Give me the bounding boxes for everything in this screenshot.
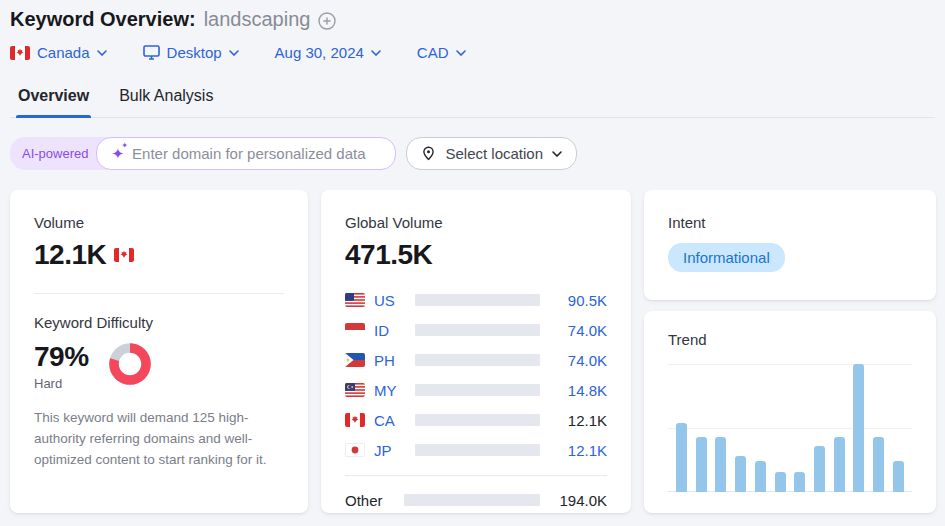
sparkle-icon: ✦	[111, 146, 124, 161]
intent-badge[interactable]: Informational	[668, 243, 785, 272]
tab-bulk-analysis[interactable]: Bulk Analysis	[117, 83, 215, 117]
jp-flag-icon	[345, 443, 365, 457]
chevron-down-icon	[97, 50, 107, 56]
global-volume-label: Global Volume	[345, 214, 607, 231]
ai-powered-badge: AI-powered	[10, 137, 108, 170]
filter-bar: Canada Desktop Aug 30, 2024 CAD	[10, 44, 935, 61]
kd-label: Keyword Difficulty	[34, 314, 284, 331]
other-volume-row: Other 194.0K	[345, 485, 607, 515]
country-code-link[interactable]: JP	[374, 442, 400, 459]
trend-bar[interactable]	[715, 437, 726, 492]
country-code-link[interactable]: MY	[374, 382, 400, 399]
device-selector[interactable]: Desktop	[143, 44, 239, 61]
device-label: Desktop	[167, 44, 222, 61]
country-label: Canada	[37, 44, 90, 61]
id-flag-icon	[345, 323, 365, 337]
country-selector[interactable]: Canada	[10, 44, 107, 61]
trend-bar[interactable]	[735, 456, 746, 492]
page-title: Keyword Overview:	[10, 8, 196, 31]
kd-level: Hard	[34, 376, 89, 391]
select-location-label: Select location	[445, 145, 543, 162]
page-keyword: landscaping	[204, 8, 311, 31]
country-volume-value: 12.1K	[555, 412, 607, 429]
country-code-link[interactable]: ID	[374, 322, 400, 339]
currency-selector[interactable]: CAD	[417, 44, 466, 61]
personalization-bar: AI-powered ✦ Select location	[10, 137, 935, 170]
add-keyword-icon[interactable]	[318, 12, 336, 30]
date-label: Aug 30, 2024	[275, 44, 364, 61]
trend-label: Trend	[668, 331, 912, 348]
card-divider	[345, 475, 607, 476]
trend-bars	[676, 364, 904, 492]
country-volume-value[interactable]: 90.5K	[555, 292, 607, 309]
trend-bar-chart	[668, 364, 912, 492]
ph-flag-icon	[345, 353, 365, 367]
other-volume-value: 194.0K	[555, 492, 607, 509]
country-row[interactable]: CA 12.1K	[345, 405, 607, 435]
trend-bar[interactable]	[873, 437, 884, 492]
country-volume-bar	[415, 414, 540, 426]
other-label: Other	[345, 492, 389, 509]
country-volume-bar	[415, 444, 540, 456]
date-selector[interactable]: Aug 30, 2024	[275, 44, 381, 61]
kd-donut-chart	[107, 341, 153, 387]
page-header: Keyword Overview: landscaping	[10, 8, 935, 31]
other-volume-bar	[404, 494, 540, 506]
country-volume-bar	[415, 294, 540, 306]
select-location-button[interactable]: Select location	[406, 137, 577, 170]
country-volume-value[interactable]: 74.0K	[555, 352, 607, 369]
country-row[interactable]: JP 12.1K	[345, 435, 607, 465]
canada-flag-icon	[114, 248, 134, 262]
canada-flag-icon	[345, 413, 365, 427]
country-volume-value[interactable]: 74.0K	[555, 322, 607, 339]
kd-value-row: 79% Hard	[34, 341, 284, 391]
country-row[interactable]: PH 74.0K	[345, 345, 607, 375]
global-volume-value: 471.5K	[345, 239, 607, 271]
country-row[interactable]: MY 14.8K	[345, 375, 607, 405]
intent-label: Intent	[668, 214, 912, 231]
trend-card: Trend	[644, 311, 936, 513]
country-volume-bar	[415, 324, 540, 336]
volume-card: Volume 12.1K Keyword Difficulty 79% Hard	[10, 190, 308, 513]
card-divider	[34, 293, 284, 294]
kd-description: This keyword will demand 125 high-author…	[34, 407, 284, 470]
country-code-link[interactable]: CA	[374, 412, 400, 429]
right-column: Intent Informational Trend	[644, 190, 936, 513]
trend-bar[interactable]	[696, 437, 707, 492]
chevron-down-icon	[552, 151, 562, 157]
currency-label: CAD	[417, 44, 449, 61]
trend-bar[interactable]	[775, 472, 786, 492]
intent-card: Intent Informational	[644, 190, 936, 300]
chevron-down-icon	[456, 50, 466, 56]
my-flag-icon	[345, 383, 365, 397]
country-row[interactable]: US 90.5K	[345, 285, 607, 315]
domain-input[interactable]	[132, 145, 381, 162]
country-code-link[interactable]: US	[374, 292, 400, 309]
location-pin-icon	[421, 146, 436, 161]
volume-value-row: 12.1K	[34, 239, 284, 271]
country-volume-bar	[415, 354, 540, 366]
keyword-overview-page: Keyword Overview: landscaping Canada Des…	[0, 0, 945, 513]
country-volume-value[interactable]: 14.8K	[555, 382, 607, 399]
domain-input-container: ✦	[96, 137, 396, 170]
country-row[interactable]: ID 74.0K	[345, 315, 607, 345]
trend-bar[interactable]	[834, 437, 845, 492]
trend-bar[interactable]	[814, 446, 825, 492]
country-volume-value[interactable]: 12.1K	[555, 442, 607, 459]
trend-bar[interactable]	[794, 472, 805, 492]
metrics-grid: Volume 12.1K Keyword Difficulty 79% Hard	[10, 190, 935, 513]
trend-bar[interactable]	[893, 461, 904, 492]
tab-bar: Overview Bulk Analysis	[10, 83, 935, 118]
volume-label: Volume	[34, 214, 284, 231]
trend-bar[interactable]	[676, 423, 687, 492]
tab-overview[interactable]: Overview	[16, 83, 91, 117]
canada-flag-icon	[10, 46, 30, 60]
country-volume-list: US 90.5K ID 74.0K PH	[345, 285, 607, 465]
trend-bar[interactable]	[755, 461, 766, 492]
kd-value: 79%	[34, 341, 89, 373]
country-volume-bar	[415, 384, 540, 396]
trend-bar[interactable]	[853, 364, 864, 492]
chevron-down-icon	[229, 50, 239, 56]
country-code-link[interactable]: PH	[374, 352, 400, 369]
chevron-down-icon	[371, 50, 381, 56]
